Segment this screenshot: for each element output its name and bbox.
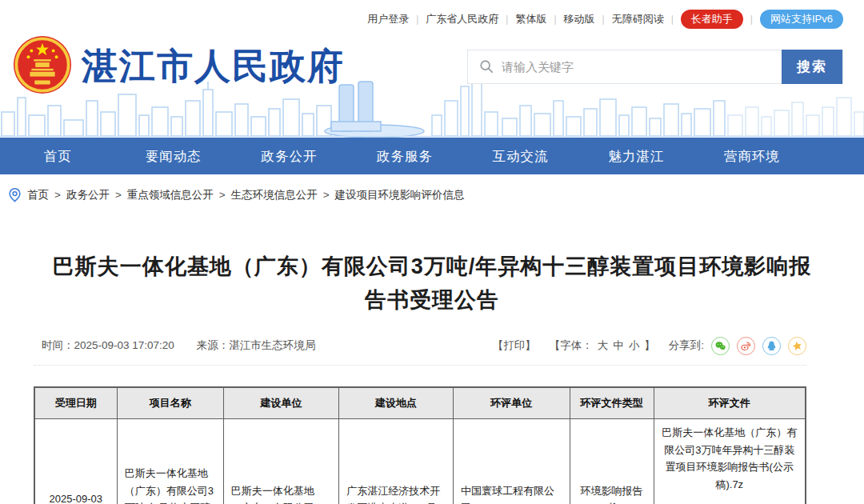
nav-item-interaction[interactable]: 互动交流 <box>462 138 578 174</box>
source-value: 湛江市生态环境局 <box>229 339 315 351</box>
breadcrumb-gov-affairs[interactable]: 政务公开 <box>66 188 110 202</box>
topbar-separator: | <box>554 14 556 25</box>
topbar: 用户登录 | 广东省人民政府 | 繁体版 | 移动版 | 无障碍阅读 | 长者助… <box>0 0 864 29</box>
font-label-close: 】 <box>644 339 655 351</box>
brand-row: 湛江市人民政府 搜索 <box>0 29 864 99</box>
breadcrumb-separator: > <box>323 189 330 201</box>
elder-assist-button[interactable]: 长者助手 <box>681 10 743 29</box>
table-row: 2025-09-03 巴斯夫一体化基地（广东）有限公司3万吨/年异构十三醇装置项… <box>34 419 806 504</box>
topbar-separator: | <box>416 14 418 25</box>
weibo-share-icon[interactable] <box>737 337 755 355</box>
breadcrumb: 首页 > 政务公开 > 重点领域信息公开 > 生态环境信息公开 > 建设项目环境… <box>0 174 864 210</box>
breadcrumb-key-info[interactable]: 重点领域信息公开 <box>127 188 214 202</box>
cell-doc-files: 巴斯夫一体化基地（广东）有限公司3万吨年异构十三醇装置项目环境影响报告书(公示稿… <box>654 419 806 504</box>
search-button[interactable]: 搜索 <box>782 50 842 84</box>
font-size-large[interactable]: 大 <box>598 339 609 351</box>
font-label: 【字体： <box>550 339 593 351</box>
site-title: 湛江市人民政府 <box>82 42 345 90</box>
font-size-small[interactable]: 小 <box>629 339 640 351</box>
wechat-share-icon[interactable] <box>711 337 730 355</box>
breadcrumb-separator: > <box>219 189 226 201</box>
article: 巴斯夫一体化基地（广东）有限公司3万吨/年异构十三醇装置项目环境影响报告书受理公… <box>0 250 864 504</box>
search-input[interactable] <box>502 50 782 83</box>
cell-doc-type: 环境影响报告书 <box>570 419 654 504</box>
nav-item-business-env[interactable]: 营商环境 <box>694 138 810 174</box>
breadcrumb-eia-info[interactable]: 建设项目环境影响评价信息 <box>335 188 465 202</box>
time-label: 时间： <box>42 339 74 351</box>
col-build-unit: 建设单位 <box>223 387 339 419</box>
share-label: 分享到: <box>669 338 704 353</box>
nav-item-news[interactable]: 要闻动态 <box>116 138 232 174</box>
topbar-separator: | <box>671 14 674 25</box>
cell-build-site: 广东湛江经济技术开发区港南大道300号 <box>339 419 454 504</box>
topbar-link-traditional[interactable]: 繁体版 <box>515 12 546 26</box>
ipv6-support-badge[interactable]: 网站支持IPv6 <box>760 10 843 29</box>
site-header: 用户登录 | 广东省人民政府 | 繁体版 | 移动版 | 无障碍阅读 | 长者助… <box>0 0 864 138</box>
topbar-separator: | <box>750 14 753 25</box>
location-pin-icon <box>8 187 22 202</box>
breadcrumb-home[interactable]: 首页 <box>27 188 49 202</box>
col-doc-type: 环评文件类型 <box>570 387 654 419</box>
topbar-separator: | <box>506 14 508 25</box>
nav-item-gov-affairs[interactable]: 政务公开 <box>231 138 347 174</box>
cell-project-name: 巴斯夫一体化基地（广东）有限公司3万吨/年异构十三醇装置项目 <box>117 419 223 504</box>
font-size-control: 【字体：大中小】 <box>547 338 658 353</box>
time-value: 2025-09-03 17:07:20 <box>74 339 174 351</box>
breadcrumb-separator: > <box>54 189 61 201</box>
share-bar: 分享到: <box>669 337 806 355</box>
topbar-link-mobile[interactable]: 移动版 <box>564 12 595 26</box>
site-logo[interactable]: 湛江市人民政府 <box>11 34 345 99</box>
source-label: 来源： <box>197 339 230 351</box>
topbar-link-login[interactable]: 用户登录 <box>367 12 409 26</box>
col-build-site: 建设地点 <box>339 387 454 419</box>
col-accept-date: 受理日期 <box>34 387 117 419</box>
nav-item-gov-services[interactable]: 政务服务 <box>347 138 463 174</box>
cell-accept-date: 2025-09-03 <box>34 419 117 504</box>
eia-report-file-link[interactable]: 巴斯夫一体化基地（广东）有限公司3万吨年异构十三醇装置项目环境影响报告书(公示稿… <box>662 424 798 493</box>
publish-time: 时间：2025-09-03 17:07:20 <box>42 338 174 353</box>
topbar-separator: | <box>602 14 605 25</box>
qq-share-icon[interactable] <box>762 337 781 355</box>
cell-eia-unit: 中国寰球工程有限公司 <box>453 419 570 504</box>
nav-item-charm-zhanjiang[interactable]: 魅力湛江 <box>578 138 694 174</box>
print-button[interactable]: 【打印】 <box>493 338 536 353</box>
topbar-link-province-gov[interactable]: 广东省人民政府 <box>426 12 498 26</box>
search-icon <box>479 59 494 74</box>
col-project-name: 项目名称 <box>117 387 223 419</box>
search-box: 搜索 <box>467 50 843 84</box>
font-size-medium[interactable]: 中 <box>613 339 624 351</box>
col-doc-files: 环评文件 <box>654 387 806 419</box>
col-eia-unit: 环评单位 <box>453 387 570 419</box>
cell-build-unit: 巴斯夫一体化基地（广东）有限公司 <box>223 419 339 504</box>
table-header-row: 受理日期 项目名称 建设单位 建设地点 环评单位 环评文件类型 环评文件 <box>34 387 806 419</box>
nav-item-home[interactable]: 首页 <box>0 138 116 174</box>
topbar-link-accessibility[interactable]: 无障碍阅读 <box>612 12 664 26</box>
breadcrumb-separator: > <box>115 189 122 201</box>
eia-acceptance-table: 受理日期 项目名称 建设单位 建设地点 环评单位 环评文件类型 环评文件 202… <box>34 386 806 504</box>
breadcrumb-eco-env-info[interactable]: 生态环境信息公开 <box>231 188 318 202</box>
favorite-star-icon[interactable] <box>788 337 806 355</box>
main-nav: 首页 要闻动态 政务公开 政务服务 互动交流 魅力湛江 营商环境 <box>0 138 864 174</box>
meta-divider <box>34 365 806 366</box>
article-meta: 时间：2025-09-03 17:07:20 来源：湛江市生态环境局 【打印】 … <box>34 337 806 355</box>
article-source: 来源：湛江市生态环境局 <box>197 338 316 353</box>
national-emblem-icon <box>11 34 74 99</box>
article-title: 巴斯夫一体化基地（广东）有限公司3万吨/年异构十三醇装置项目环境影响报告书受理公… <box>46 250 818 318</box>
